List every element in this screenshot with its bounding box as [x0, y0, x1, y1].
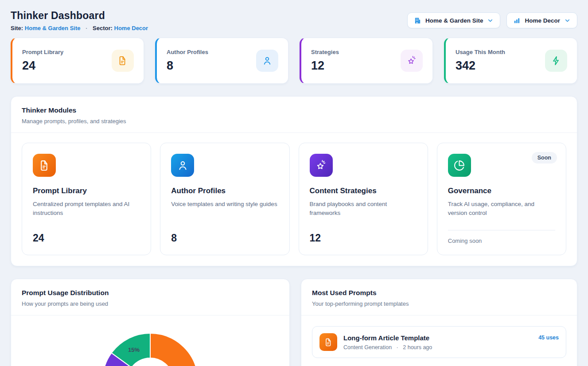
stat-card-usage[interactable]: Usage This Month 342: [444, 38, 577, 84]
most-used-prompts-card: Most Used Prompts Your top-performing pr…: [301, 279, 577, 366]
usage-distribution-card: Prompt Usage Distribution How your promp…: [11, 279, 290, 366]
module-stat: 8: [171, 232, 278, 244]
stats-row: Prompt Library 24 Author Profiles 8 Stra…: [11, 38, 577, 84]
module-description: Centralized prompt templates and AI inst…: [33, 200, 139, 218]
stat-info: Author Profiles 8: [167, 49, 208, 73]
prompt-time: 2 hours ago: [403, 344, 432, 350]
breadcrumb: Site: Home & Garden Site · Sector: Home …: [11, 25, 148, 31]
user-icon: [256, 50, 278, 72]
modules-title: Thinker Modules: [22, 106, 566, 114]
usage-title: Prompt Usage Distribution: [22, 289, 279, 297]
soon-badge: Soon: [532, 152, 557, 164]
usage-card-header: Prompt Usage Distribution How your promp…: [11, 279, 289, 315]
stat-label: Usage This Month: [456, 49, 505, 55]
stat-card-prompt-library[interactable]: Prompt Library 24: [11, 38, 144, 84]
prompt-uses-badge: 45 uses: [538, 335, 559, 341]
stat-value: 12: [311, 59, 339, 73]
user-icon: [171, 154, 194, 177]
zap-icon: [545, 50, 567, 72]
most-used-title: Most Used Prompts: [312, 289, 566, 297]
module-footer: Coming soon: [448, 238, 555, 244]
stat-value: 342: [456, 59, 505, 73]
building-icon: [414, 17, 421, 24]
module-description: Brand playbooks and content frameworks: [310, 200, 416, 218]
stat-info: Strategies 12: [311, 49, 339, 73]
module-description: Voice templates and writing style guides: [171, 200, 277, 209]
file-text-icon: [319, 333, 337, 351]
site-selector-value: Home & Garden Site: [425, 17, 483, 24]
chevron-down-icon: [487, 17, 494, 24]
stat-value: 24: [22, 59, 63, 73]
dashboard-page: Thinker Dashboard Site: Home & Garden Si…: [0, 0, 588, 366]
pie-chart-icon: [448, 154, 471, 177]
header-actions: Home & Garden Site Home Decor: [407, 12, 577, 28]
stat-value: 8: [167, 59, 208, 73]
usage-donut-chart[interactable]: 15%: [101, 332, 199, 366]
stat-card-strategies[interactable]: Strategies 12: [300, 38, 433, 84]
prompt-meta: Content Generation · 2 hours ago: [343, 344, 532, 350]
prompt-text: Long-form Article Template Content Gener…: [343, 334, 532, 350]
prompt-category: Content Generation: [343, 344, 392, 350]
most-used-subtitle: Your top-performing prompt templates: [312, 300, 566, 307]
sector-selector-value: Home Decor: [525, 17, 560, 24]
site-link[interactable]: Home & Garden Site: [25, 25, 81, 31]
prompt-list-item[interactable]: Long-form Article Template Content Gener…: [312, 326, 566, 358]
chevron-down-icon: [564, 17, 571, 24]
sector-link[interactable]: Home Decor: [114, 25, 148, 31]
file-text-icon: [112, 50, 134, 72]
page-header: Thinker Dashboard Site: Home & Garden Si…: [11, 10, 577, 31]
stat-info: Prompt Library 24: [22, 49, 63, 73]
module-card-content-strategies[interactable]: Content Strategies Brand playbooks and c…: [299, 143, 428, 255]
breadcrumb-separator: ·: [86, 25, 87, 31]
stat-label: Prompt Library: [22, 49, 63, 55]
file-text-icon: [33, 154, 56, 177]
modules-panel: Thinker Modules Manage prompts, profiles…: [11, 96, 577, 266]
stat-card-author-profiles[interactable]: Author Profiles 8: [155, 38, 288, 84]
most-used-header: Most Used Prompts Your top-performing pr…: [301, 279, 577, 315]
star-sparkle-icon: [310, 154, 333, 177]
stat-info: Usage This Month 342: [456, 49, 505, 73]
module-stat: 24: [33, 232, 140, 244]
module-card-author-profiles[interactable]: Author Profiles Voice templates and writ…: [160, 143, 289, 255]
donut-segment-1[interactable]: [150, 333, 198, 366]
module-title: Content Strategies: [310, 187, 417, 195]
stat-label: Author Profiles: [167, 49, 208, 55]
header-titles: Thinker Dashboard Site: Home & Garden Si…: [11, 10, 148, 31]
sector-selector-dropdown[interactable]: Home Decor: [506, 12, 577, 28]
stat-label: Strategies: [311, 49, 339, 55]
module-stat: 12: [310, 232, 417, 244]
site-label: Site:: [11, 25, 23, 31]
module-card-prompt-library[interactable]: Prompt Library Centralized prompt templa…: [22, 143, 151, 255]
bottom-row: Prompt Usage Distribution How your promp…: [11, 279, 577, 366]
site-selector-dropdown[interactable]: Home & Garden Site: [407, 12, 501, 28]
prompt-name: Long-form Article Template: [343, 334, 532, 342]
module-title: Author Profiles: [171, 187, 278, 195]
modules-grid: Prompt Library Centralized prompt templa…: [11, 133, 577, 266]
modules-subtitle: Manage prompts, profiles, and strategies: [22, 118, 566, 125]
module-card-governance[interactable]: Soon Governance Track AI usage, complian…: [437, 143, 566, 255]
module-title: Prompt Library: [33, 187, 140, 195]
prompt-list: Long-form Article Template Content Gener…: [301, 315, 577, 366]
sector-label: Sector:: [93, 25, 113, 31]
modules-panel-header: Thinker Modules Manage prompts, profiles…: [11, 97, 577, 133]
module-description: Track AI usage, compliance, and version …: [448, 200, 554, 218]
donut-percentage-label: 15%: [128, 347, 140, 353]
bar-chart-icon: [513, 17, 521, 24]
page-title: Thinker Dashboard: [11, 10, 148, 22]
module-divider: [448, 230, 555, 230]
module-title: Governance: [448, 187, 555, 195]
meta-separator: ·: [397, 344, 398, 350]
usage-subtitle: How your prompts are being used: [22, 300, 279, 307]
star-sparkle-icon: [401, 50, 423, 72]
